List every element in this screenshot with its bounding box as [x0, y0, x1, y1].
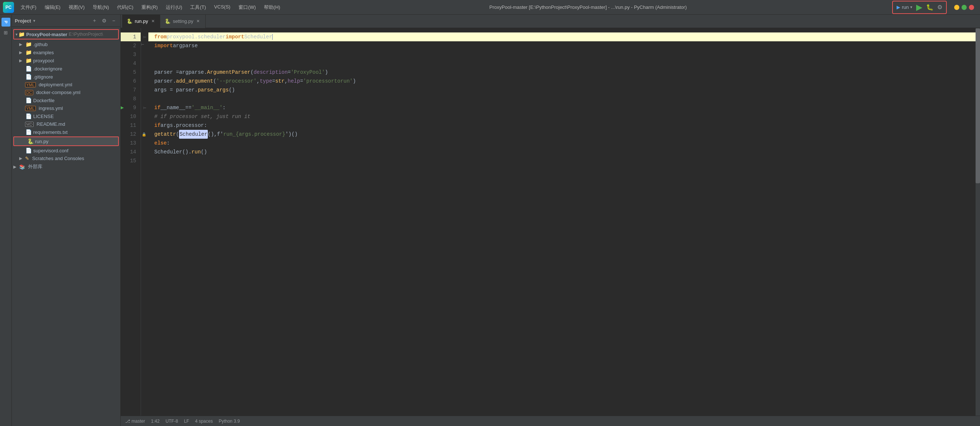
tab-setting-py[interactable]: 🐍 setting.py ✕ — [160, 15, 205, 28]
code-line-9: if __name__ == '__main__' : — [148, 103, 975, 112]
line-num-13: 13 — [121, 139, 141, 147]
tab-run-py-close[interactable]: ✕ — [150, 19, 155, 24]
docker-compose-label: docker-compose.yml — [36, 90, 81, 95]
paren1: ( — [250, 68, 253, 77]
run-config-dropdown[interactable]: ▾ — [910, 5, 912, 10]
examples-arrow: ▶ — [19, 50, 24, 55]
menu-tools[interactable]: 工具(T) — [186, 3, 210, 12]
supervisord-icon: 📄 — [25, 147, 32, 154]
line-sep: LF — [184, 419, 189, 424]
project-panel-header: Project ▾ ＋ ⚙ − — [12, 15, 120, 27]
parser-ref2: parser. — [154, 77, 176, 86]
tree-item-github[interactable]: ▶ 📁 .github — [12, 40, 120, 48]
line-numbers: 1 2 3 4 5 6 7 8 ▶ 9 10 11 12 13 14 — [121, 28, 141, 416]
project-root-item[interactable]: ▾ 📁 ProxyPool-master E:\PythonProject\ — [13, 29, 119, 40]
supervisord-label: supervisord.conf — [33, 148, 68, 154]
panel-dropdown-icon[interactable]: ▾ — [33, 19, 35, 23]
menu-refactor[interactable]: 重构(R) — [138, 3, 161, 12]
menu-window[interactable]: 窗口(W) — [235, 3, 259, 12]
eq3: = — [300, 77, 303, 86]
fold-15 — [141, 157, 148, 165]
tree-item-proxypool[interactable]: ▶ 📁 proxypool — [12, 56, 120, 65]
line-num-9: ▶ 9 — [121, 103, 141, 112]
scratches-arrow: ▶ — [19, 156, 22, 161]
code-line-13: else : — [148, 139, 975, 147]
tree-item-gitignore[interactable]: 📄 .gitignore — [12, 73, 120, 81]
menu-edit[interactable]: 编辑(E) — [41, 3, 64, 12]
external-libraries-item[interactable]: ▶ 📚 外部库 — [12, 162, 120, 171]
panel-settings-button[interactable]: ⚙ — [100, 17, 108, 24]
run-button[interactable]: ▶ — [916, 3, 923, 12]
tree-item-ingress-yml[interactable]: YML ingress.yml — [12, 105, 120, 112]
tab-run-py[interactable]: 🐍 run.py ✕ — [122, 15, 160, 28]
tree-item-run-py[interactable]: 🐍 run.py — [13, 136, 119, 146]
fold-arrow-2[interactable]: ⊢ — [141, 43, 144, 46]
fstring-end: ' — [285, 130, 288, 139]
code-line-4 — [148, 59, 975, 68]
menu-file[interactable]: 文件(F) — [17, 3, 40, 12]
editor-area: 🐍 run.py ✕ 🐍 setting.py ✕ 1 2 3 4 — [121, 15, 980, 426]
fold-arrow-9[interactable]: ⊢ — [143, 106, 146, 110]
menu-view[interactable]: 视图(V) — [65, 3, 88, 12]
tree-item-examples[interactable]: ▶ 📁 examples — [12, 48, 120, 56]
argparse-ref: argparse — [179, 68, 204, 77]
tab-setting-py-close[interactable]: ✕ — [196, 19, 201, 24]
tree-item-dockerfile[interactable]: 📄 Dockerfile — [12, 96, 120, 105]
tree-item-license[interactable]: 📄 LICENSE — [12, 112, 120, 120]
dockerignore-icon: 📄 — [25, 66, 32, 71]
panel-collapse-button[interactable]: − — [110, 17, 118, 24]
fstring-content: run_{args.processor} — [223, 130, 285, 139]
maximize-button[interactable] — [961, 5, 967, 10]
scrollbar-thumb[interactable] — [975, 29, 980, 183]
license-icon: 📄 — [25, 113, 32, 119]
project-tab[interactable]: P — [2, 18, 10, 27]
tree-item-deployment-yml[interactable]: YML deployment.yml — [12, 81, 120, 89]
code-editor[interactable]: 1 2 3 4 5 6 7 8 ▶ 9 10 11 12 13 14 — [121, 28, 980, 416]
close-button[interactable] — [969, 5, 974, 10]
root-folder-icon: 📁 — [19, 31, 25, 37]
menu-navigate[interactable]: 导航(N) — [89, 3, 113, 12]
menu-vcs[interactable]: VCS(S) — [210, 3, 234, 12]
run-toolbar: ▶ run ▾ ▶ 🐛 ⚙ — [892, 1, 947, 14]
tree-item-supervisord[interactable]: 📄 supervisord.conf — [12, 146, 120, 155]
tab-run-py-label: run.py — [135, 19, 148, 24]
scheduler-call: (), — [208, 130, 217, 139]
fold-14 — [141, 147, 148, 157]
to-string: to — [334, 77, 340, 86]
fold-arrow-1[interactable]: ⊢ — [143, 35, 146, 39]
requirements-icon: 📄 — [25, 129, 32, 135]
colon-13: : — [167, 139, 170, 147]
tree-item-requirements[interactable]: 📄 requirements.txt — [12, 128, 120, 136]
vertical-scrollbar[interactable] — [975, 28, 980, 416]
github-arrow: ▶ — [19, 42, 24, 47]
line-num-11: 11 — [121, 121, 141, 130]
tree-item-readme[interactable]: MD README.md — [12, 120, 120, 128]
title-bar: PC 文件(F) 编辑(E) 视图(V) 导航(N) 代码(C) 重构(R) 运… — [0, 0, 980, 15]
tree-item-dockerignore[interactable]: 📄 .dockerignore — [12, 65, 120, 73]
close-paren1: ) — [325, 68, 328, 77]
menu-help[interactable]: 帮助(H) — [260, 3, 284, 12]
coverage-button[interactable]: ⚙ — [937, 4, 942, 11]
ext-lib-icon: 📚 — [19, 164, 25, 169]
dockerfile-icon: 📄 — [25, 97, 32, 103]
menu-code[interactable]: 代码(C) — [113, 3, 137, 12]
structure-tab[interactable]: ⊞ — [2, 28, 10, 37]
args-var: args = parser. — [154, 86, 198, 94]
if-kw-11: if — [154, 121, 161, 130]
dc-yaml-badge: DC — [25, 90, 33, 95]
debug-button[interactable]: 🐛 — [926, 4, 934, 11]
fold-2: ⊢ — [141, 41, 148, 50]
readme-label: README.md — [37, 121, 65, 127]
import-kw: import — [226, 32, 244, 41]
else-kw: else — [154, 139, 167, 147]
add-file-button[interactable]: ＋ — [91, 17, 98, 24]
paren-12-2: )() — [288, 130, 298, 139]
github-label: .github — [33, 42, 48, 47]
minimize-button[interactable] — [954, 5, 959, 10]
line-num-2: 2 — [121, 41, 141, 50]
code-content[interactable]: from proxypool.scheduler import Schedule… — [148, 28, 975, 416]
scratches-item[interactable]: ▶ ✎ Scratches and Consoles — [12, 155, 120, 162]
menu-run[interactable]: 运行(U) — [162, 3, 186, 12]
lock-icon-12: 🔒 — [141, 130, 148, 139]
tree-item-docker-compose[interactable]: DC docker-compose.yml — [12, 89, 120, 96]
